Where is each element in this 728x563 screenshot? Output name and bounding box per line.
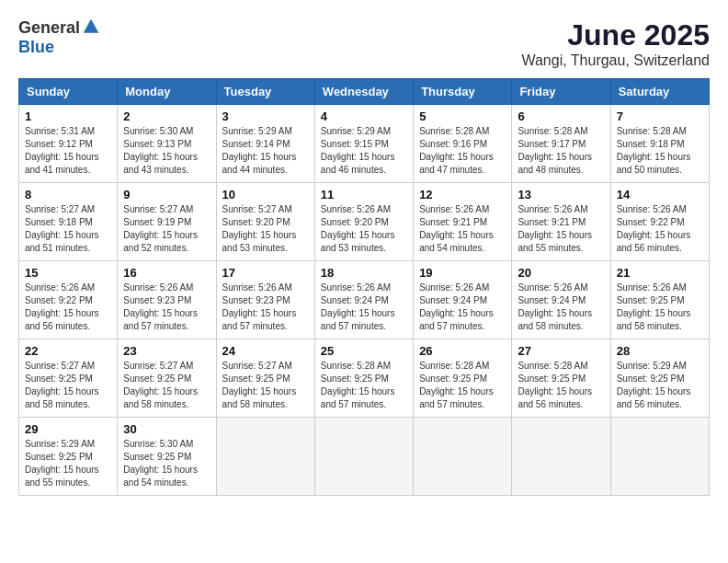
day-info: Sunrise: 5:31 AMSunset: 9:12 PMDaylight:… [25, 125, 111, 177]
calendar-week-5: 29Sunrise: 5:29 AMSunset: 9:25 PMDayligh… [19, 418, 710, 496]
day-number: 27 [518, 344, 604, 358]
day-info: Sunrise: 5:28 AMSunset: 9:25 PMDaylight:… [419, 360, 506, 411]
day-info: Sunrise: 5:27 AMSunset: 9:25 PMDaylight:… [123, 360, 210, 411]
calendar-week-1: 1Sunrise: 5:31 AMSunset: 9:12 PMDaylight… [19, 105, 710, 183]
calendar-cell: 5Sunrise: 5:28 AMSunset: 9:16 PMDaylight… [414, 105, 512, 183]
day-info: Sunrise: 5:28 AMSunset: 9:16 PMDaylight:… [419, 125, 506, 177]
day-number: 22 [25, 344, 111, 358]
location-title: Wangi, Thurgau, Switzerland [521, 52, 710, 69]
day-number: 11 [321, 188, 407, 201]
calendar-cell: 20Sunrise: 5:26 AMSunset: 9:24 PMDayligh… [512, 261, 610, 339]
day-number: 30 [123, 422, 210, 436]
day-info: Sunrise: 5:29 AMSunset: 9:25 PMDaylight:… [617, 360, 703, 411]
day-info: Sunrise: 5:30 AMSunset: 9:13 PMDaylight:… [123, 125, 210, 177]
day-info: Sunrise: 5:26 AMSunset: 9:23 PMDaylight:… [123, 282, 210, 333]
calendar-header-saturday: Saturday [610, 79, 709, 105]
logo-general: General [18, 18, 80, 38]
day-number: 8 [25, 188, 111, 201]
calendar-cell: 25Sunrise: 5:28 AMSunset: 9:25 PMDayligh… [314, 339, 413, 418]
day-info: Sunrise: 5:26 AMSunset: 9:22 PMDaylight:… [25, 282, 111, 333]
day-number: 6 [518, 109, 604, 123]
calendar-cell: 4Sunrise: 5:29 AMSunset: 9:15 PMDaylight… [314, 105, 413, 183]
day-info: Sunrise: 5:28 AMSunset: 9:25 PMDaylight:… [321, 360, 407, 411]
logo-icon [82, 17, 100, 36]
calendar-cell [414, 418, 512, 496]
calendar-header-row: SundayMondayTuesdayWednesdayThursdayFrid… [19, 79, 710, 105]
day-info: Sunrise: 5:26 AMSunset: 9:22 PMDaylight:… [617, 203, 703, 255]
day-info: Sunrise: 5:26 AMSunset: 9:21 PMDaylight:… [419, 203, 506, 255]
calendar-cell: 30Sunrise: 5:30 AMSunset: 9:25 PMDayligh… [118, 418, 216, 496]
day-number: 10 [222, 188, 309, 201]
month-title: June 2025 [521, 18, 710, 52]
day-number: 5 [419, 109, 506, 123]
day-number: 23 [123, 344, 210, 358]
day-number: 20 [518, 266, 604, 280]
calendar-header-thursday: Thursday [414, 79, 512, 105]
calendar-cell: 22Sunrise: 5:27 AMSunset: 9:25 PMDayligh… [19, 339, 118, 418]
day-info: Sunrise: 5:26 AMSunset: 9:21 PMDaylight:… [518, 203, 604, 255]
calendar-cell: 21Sunrise: 5:26 AMSunset: 9:25 PMDayligh… [610, 261, 709, 339]
day-number: 17 [222, 266, 309, 280]
calendar-cell: 3Sunrise: 5:29 AMSunset: 9:14 PMDaylight… [216, 105, 314, 183]
calendar-cell: 27Sunrise: 5:28 AMSunset: 9:25 PMDayligh… [512, 339, 610, 418]
calendar-cell: 17Sunrise: 5:26 AMSunset: 9:23 PMDayligh… [216, 261, 314, 339]
calendar-cell: 16Sunrise: 5:26 AMSunset: 9:23 PMDayligh… [118, 261, 216, 339]
day-number: 14 [617, 188, 703, 201]
day-info: Sunrise: 5:26 AMSunset: 9:24 PMDaylight:… [321, 282, 407, 333]
day-number: 4 [321, 109, 407, 123]
calendar-cell: 26Sunrise: 5:28 AMSunset: 9:25 PMDayligh… [414, 339, 512, 418]
calendar-cell: 14Sunrise: 5:26 AMSunset: 9:22 PMDayligh… [610, 183, 709, 261]
calendar-cell: 1Sunrise: 5:31 AMSunset: 9:12 PMDaylight… [19, 105, 118, 183]
calendar-cell: 29Sunrise: 5:29 AMSunset: 9:25 PMDayligh… [19, 418, 118, 496]
day-number: 16 [123, 266, 210, 280]
day-info: Sunrise: 5:29 AMSunset: 9:14 PMDaylight:… [222, 125, 309, 177]
day-info: Sunrise: 5:27 AMSunset: 9:18 PMDaylight:… [25, 203, 111, 255]
page-header: General Blue June 2025 Wangi, Thurgau, S… [18, 18, 710, 69]
calendar-cell: 15Sunrise: 5:26 AMSunset: 9:22 PMDayligh… [19, 261, 118, 339]
day-info: Sunrise: 5:28 AMSunset: 9:17 PMDaylight:… [518, 125, 604, 177]
logo-blue: Blue [18, 38, 54, 57]
calendar-cell: 24Sunrise: 5:27 AMSunset: 9:25 PMDayligh… [216, 339, 314, 418]
logo: General Blue [18, 18, 100, 57]
day-number: 24 [222, 344, 309, 358]
calendar-cell [512, 418, 610, 496]
day-number: 21 [617, 266, 703, 280]
day-number: 26 [419, 344, 506, 358]
calendar-week-3: 15Sunrise: 5:26 AMSunset: 9:22 PMDayligh… [19, 261, 710, 339]
day-number: 3 [222, 109, 309, 123]
day-info: Sunrise: 5:26 AMSunset: 9:24 PMDaylight:… [518, 282, 604, 333]
calendar-header-tuesday: Tuesday [216, 79, 314, 105]
calendar-cell: 12Sunrise: 5:26 AMSunset: 9:21 PMDayligh… [414, 183, 512, 261]
calendar-cell: 18Sunrise: 5:26 AMSunset: 9:24 PMDayligh… [314, 261, 413, 339]
day-info: Sunrise: 5:28 AMSunset: 9:25 PMDaylight:… [518, 360, 604, 411]
calendar-cell: 2Sunrise: 5:30 AMSunset: 9:13 PMDaylight… [118, 105, 216, 183]
calendar-header-sunday: Sunday [19, 79, 118, 105]
day-number: 19 [419, 266, 506, 280]
day-number: 7 [617, 109, 703, 123]
day-info: Sunrise: 5:29 AMSunset: 9:15 PMDaylight:… [321, 125, 407, 177]
calendar-header-wednesday: Wednesday [314, 79, 413, 105]
calendar-header-friday: Friday [512, 79, 610, 105]
calendar-cell: 8Sunrise: 5:27 AMSunset: 9:18 PMDaylight… [19, 183, 118, 261]
day-number: 12 [419, 188, 506, 201]
day-number: 25 [321, 344, 407, 358]
day-info: Sunrise: 5:27 AMSunset: 9:19 PMDaylight:… [123, 203, 210, 255]
calendar-cell: 19Sunrise: 5:26 AMSunset: 9:24 PMDayligh… [414, 261, 512, 339]
day-number: 2 [123, 109, 210, 123]
calendar-header-monday: Monday [118, 79, 216, 105]
svg-marker-0 [84, 18, 99, 32]
day-info: Sunrise: 5:27 AMSunset: 9:20 PMDaylight:… [222, 203, 309, 255]
calendar-cell: 9Sunrise: 5:27 AMSunset: 9:19 PMDaylight… [118, 183, 216, 261]
day-number: 29 [25, 422, 111, 436]
calendar-week-4: 22Sunrise: 5:27 AMSunset: 9:25 PMDayligh… [19, 339, 710, 418]
day-info: Sunrise: 5:27 AMSunset: 9:25 PMDaylight:… [222, 360, 309, 411]
calendar-cell [610, 418, 709, 496]
day-number: 15 [25, 266, 111, 280]
day-info: Sunrise: 5:27 AMSunset: 9:25 PMDaylight:… [25, 360, 111, 411]
calendar-cell: 28Sunrise: 5:29 AMSunset: 9:25 PMDayligh… [610, 339, 709, 418]
day-info: Sunrise: 5:26 AMSunset: 9:20 PMDaylight:… [321, 203, 407, 255]
day-info: Sunrise: 5:28 AMSunset: 9:18 PMDaylight:… [617, 125, 703, 177]
calendar-week-2: 8Sunrise: 5:27 AMSunset: 9:18 PMDaylight… [19, 183, 710, 261]
calendar-table: SundayMondayTuesdayWednesdayThursdayFrid… [18, 78, 710, 496]
day-info: Sunrise: 5:26 AMSunset: 9:24 PMDaylight:… [419, 282, 506, 333]
